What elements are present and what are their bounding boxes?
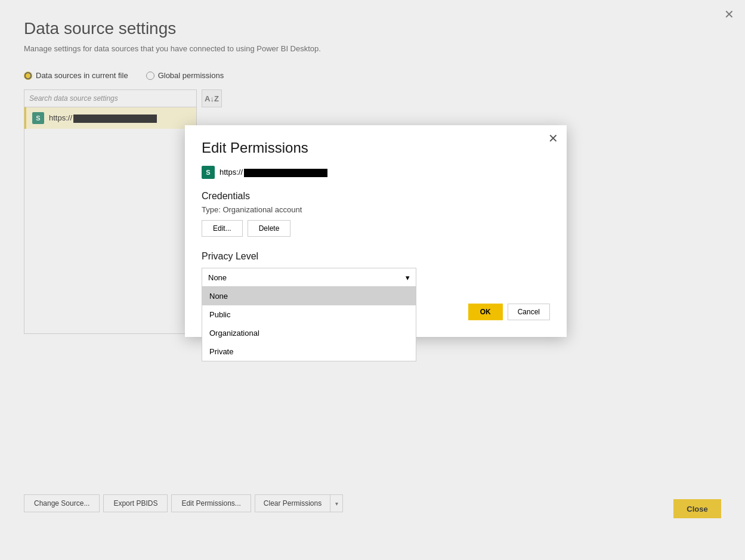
privacy-option-organizational[interactable]: Organizational xyxy=(202,324,416,342)
privacy-dropdown: None Public Organizational Private xyxy=(202,287,416,361)
privacy-selected-value: None xyxy=(208,273,227,282)
source-row: S https:// xyxy=(202,166,550,179)
privacy-option-public[interactable]: Public xyxy=(202,305,416,324)
source-url-redacted xyxy=(244,169,327,177)
ok-button[interactable]: OK xyxy=(468,304,503,320)
edit-permissions-dialog: ✕ Edit Permissions S https:// Credential… xyxy=(185,125,567,337)
source-url: https:// xyxy=(220,168,327,177)
privacy-section-title: Privacy Level xyxy=(202,251,550,262)
dialog-close-button[interactable]: ✕ xyxy=(548,132,558,144)
credentials-section-title: Credentials xyxy=(202,191,550,202)
delete-credentials-button[interactable]: Delete xyxy=(248,220,291,237)
privacy-select-display[interactable]: None ▾ xyxy=(202,268,416,287)
source-icon: S xyxy=(202,166,215,179)
edit-credentials-button[interactable]: Edit... xyxy=(202,220,243,237)
credentials-buttons: Edit... Delete xyxy=(202,220,550,237)
credentials-type: Type: Organizational account xyxy=(202,205,550,214)
privacy-select-wrapper: None ▾ None Public Organizational Privat… xyxy=(202,268,416,287)
privacy-dropdown-arrow: ▾ xyxy=(406,273,410,282)
edit-permissions-title: Edit Permissions xyxy=(202,140,550,156)
privacy-option-none[interactable]: None xyxy=(202,287,416,305)
cancel-button[interactable]: Cancel xyxy=(508,304,550,320)
privacy-option-private[interactable]: Private xyxy=(202,342,416,361)
